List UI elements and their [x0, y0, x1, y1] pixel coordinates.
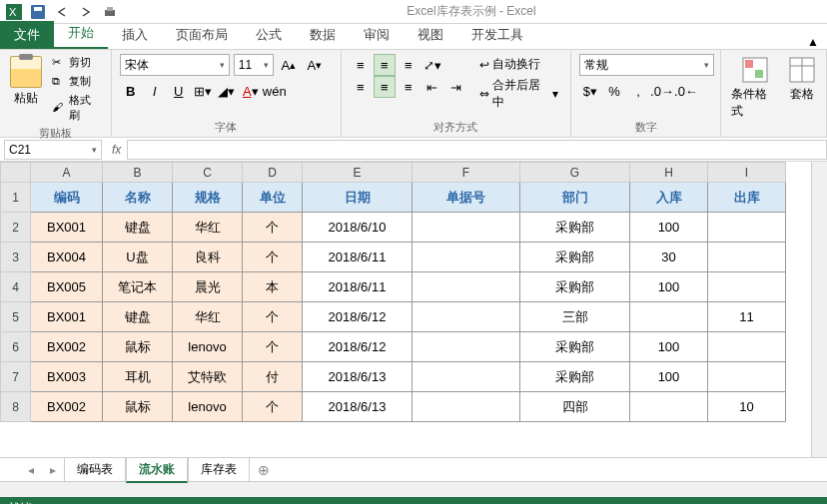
col-header[interactable]: B [103, 163, 173, 183]
align-right-button[interactable]: ≡ [398, 76, 419, 98]
table-header-cell[interactable]: 名称 [103, 183, 173, 213]
cell[interactable]: 晨光 [173, 272, 243, 302]
cell[interactable]: 30 [630, 243, 708, 272]
row-header[interactable]: 2 [1, 213, 31, 243]
italic-button[interactable]: I [144, 80, 166, 102]
cell[interactable]: 艾特欧 [173, 362, 243, 392]
cell[interactable]: 2018/6/11 [303, 272, 413, 302]
cell[interactable]: 三部 [520, 302, 630, 332]
decrease-indent-button[interactable]: ⇤ [421, 76, 443, 98]
decrease-font-button[interactable]: A▾ [304, 54, 326, 76]
cell[interactable] [708, 243, 786, 272]
cell[interactable]: BX003 [31, 362, 103, 392]
row-header[interactable]: 3 [1, 243, 31, 272]
new-sheet-button[interactable]: ⊕ [250, 462, 278, 478]
cell[interactable]: 11 [708, 302, 786, 332]
cell[interactable]: lenovo [173, 332, 243, 362]
font-name-combo[interactable]: 宋体▾ [120, 54, 230, 76]
cell[interactable]: 良科 [173, 243, 243, 272]
cell[interactable]: 100 [630, 272, 708, 302]
cell[interactable] [413, 272, 520, 302]
cell[interactable] [708, 362, 786, 392]
tab-insert[interactable]: 插入 [108, 21, 162, 49]
increase-font-button[interactable]: A▴ [278, 54, 300, 76]
cell[interactable] [413, 332, 520, 362]
vertical-scrollbar[interactable] [811, 162, 827, 457]
spreadsheet-grid[interactable]: A B C D E F G H I 1编码名称规格单位日期单据号部门入库出库2B… [0, 162, 786, 422]
cell[interactable] [413, 302, 520, 332]
orientation-button[interactable]: ⤢▾ [421, 54, 443, 76]
cell[interactable] [708, 213, 786, 243]
table-header-cell[interactable]: 入库 [630, 183, 708, 213]
sheet-nav-next[interactable]: ▸ [42, 463, 64, 477]
cell[interactable]: 笔记本 [103, 272, 173, 302]
cell[interactable]: BX001 [31, 213, 103, 243]
col-header[interactable]: I [708, 163, 786, 183]
file-tab[interactable]: 文件 [0, 21, 54, 49]
table-header-cell[interactable]: 规格 [173, 183, 243, 213]
col-header[interactable]: F [413, 163, 520, 183]
format-painter-button[interactable]: 🖌格式刷 [50, 92, 103, 124]
excel-icon[interactable]: X [4, 2, 24, 22]
cell[interactable]: 采购部 [520, 243, 630, 272]
tab-developer[interactable]: 开发工具 [457, 21, 537, 49]
border-button[interactable]: ⊞▾ [192, 80, 214, 102]
wrap-text-button[interactable]: ↩自动换行 [475, 54, 562, 75]
cell[interactable] [413, 362, 520, 392]
cell[interactable]: 2018/6/11 [303, 243, 413, 272]
cell[interactable]: 10 [708, 392, 786, 422]
cell[interactable]: 采购部 [520, 332, 630, 362]
tab-page-layout[interactable]: 页面布局 [162, 21, 242, 49]
cell[interactable]: BX004 [31, 243, 103, 272]
cell[interactable]: BX002 [31, 392, 103, 422]
horizontal-scrollbar[interactable] [0, 481, 827, 497]
align-center-button[interactable]: ≡ [374, 76, 396, 98]
tab-data[interactable]: 数据 [296, 21, 350, 49]
cell[interactable]: 个 [243, 302, 303, 332]
cell[interactable]: 本 [243, 272, 303, 302]
font-size-combo[interactable]: 11▾ [234, 54, 274, 76]
tab-review[interactable]: 审阅 [350, 21, 404, 49]
col-header[interactable]: A [31, 163, 103, 183]
cell[interactable]: BX001 [31, 302, 103, 332]
conditional-format-button[interactable]: 条件格式 [729, 54, 780, 122]
align-left-button[interactable]: ≡ [350, 76, 372, 98]
cell[interactable]: 华红 [173, 302, 243, 332]
cell[interactable]: 耳机 [103, 362, 173, 392]
row-header[interactable]: 5 [1, 302, 31, 332]
cell[interactable]: 采购部 [520, 362, 630, 392]
cell[interactable]: 100 [630, 362, 708, 392]
cell[interactable]: 100 [630, 332, 708, 362]
sheet-nav-prev[interactable]: ◂ [20, 463, 42, 477]
bold-button[interactable]: B [120, 80, 142, 102]
name-box[interactable]: C21▾ [4, 140, 102, 160]
col-header[interactable]: E [303, 163, 413, 183]
table-format-button[interactable]: 套格 [786, 54, 818, 105]
align-middle-button[interactable]: ≡ [374, 54, 396, 76]
cell[interactable]: 华红 [173, 213, 243, 243]
sheet-tab[interactable]: 编码表 [64, 458, 126, 482]
row-header[interactable]: 1 [1, 183, 31, 213]
underline-button[interactable]: U [168, 80, 190, 102]
row-header[interactable]: 7 [1, 362, 31, 392]
cell[interactable]: U盘 [103, 243, 173, 272]
col-header[interactable]: H [630, 163, 708, 183]
cell[interactable]: 2018/6/13 [303, 392, 413, 422]
fill-color-button[interactable]: ◢▾ [216, 80, 238, 102]
row-header[interactable]: 8 [1, 392, 31, 422]
cell[interactable]: 鼠标 [103, 392, 173, 422]
sheet-tab[interactable]: 库存表 [188, 458, 250, 482]
cut-button[interactable]: ✂剪切 [50, 54, 103, 71]
cell[interactable]: lenovo [173, 392, 243, 422]
number-format-combo[interactable]: 常规▾ [579, 54, 714, 76]
cell[interactable]: BX005 [31, 272, 103, 302]
col-header[interactable]: G [520, 163, 630, 183]
cell[interactable]: 2018/6/10 [303, 213, 413, 243]
align-top-button[interactable]: ≡ [350, 54, 372, 76]
copy-button[interactable]: ⧉复制 [50, 73, 103, 90]
cell[interactable] [630, 392, 708, 422]
cell[interactable]: 个 [243, 243, 303, 272]
increase-indent-button[interactable]: ⇥ [445, 76, 467, 98]
merge-center-button[interactable]: ⇔合并后居中▾ [475, 75, 562, 113]
row-header[interactable]: 4 [1, 272, 31, 302]
